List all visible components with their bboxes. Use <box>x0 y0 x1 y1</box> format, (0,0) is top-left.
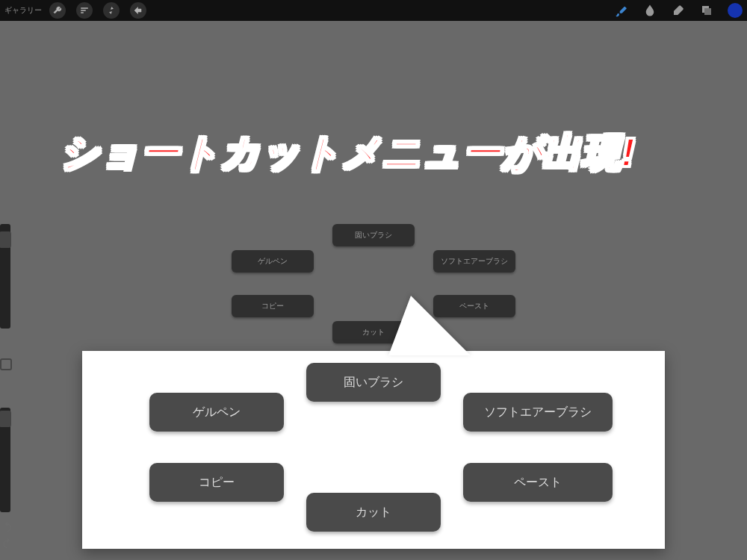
wrench-icon[interactable] <box>49 2 66 19</box>
smudge-icon[interactable] <box>642 3 657 18</box>
selection-icon[interactable] <box>103 2 120 19</box>
brush-opacity-slider[interactable] <box>0 408 10 512</box>
toolbar-right-group <box>614 3 743 18</box>
shortcut-btn-left-lower[interactable]: コピー <box>232 295 314 317</box>
undo-redo-group <box>1 518 15 554</box>
shortcut-btn-top[interactable]: 固いブラシ <box>332 224 415 246</box>
brush-icon[interactable] <box>614 3 629 18</box>
gallery-link[interactable]: ギャラリー <box>4 5 42 16</box>
undo-icon[interactable] <box>1 521 15 535</box>
shortcut-btn-right-upper[interactable]: ソフトエアーブラシ <box>433 250 515 273</box>
redo-icon[interactable] <box>1 538 15 551</box>
brush-size-slider[interactable] <box>0 224 10 329</box>
shortcut-btn-left-upper[interactable]: ゲルペン <box>232 250 314 273</box>
left-slider-panel <box>0 224 13 479</box>
eraser-icon[interactable] <box>671 3 686 18</box>
shortcut-btn-left-upper[interactable]: ゲルペン <box>149 393 284 432</box>
shortcut-menu-small: 固いブラシ ゲルペン ソフトエアーブラシ コピー ペースト カット <box>224 224 523 351</box>
shortcut-btn-bottom[interactable]: カット <box>306 493 441 532</box>
zoom-callout: 固いブラシ ゲルペン ソフトエアーブラシ コピー ペースト カット <box>82 351 665 549</box>
modify-button[interactable] <box>0 358 12 370</box>
adjustments-icon[interactable] <box>76 2 93 19</box>
shortcut-menu-zoom: 固いブラシ ゲルペン ソフトエアーブラシ コピー ペースト カット <box>82 351 665 549</box>
annotation-headline: ショートカットメニューが出現! <box>60 127 635 179</box>
shortcut-btn-right-upper[interactable]: ソフトエアーブラシ <box>463 393 613 432</box>
slider-thumb[interactable] <box>0 231 11 248</box>
top-toolbar: ギャラリー <box>0 0 747 21</box>
transform-icon[interactable] <box>130 2 146 19</box>
slider-thumb[interactable] <box>0 411 11 427</box>
shortcut-btn-right-lower[interactable]: ペースト <box>463 463 613 502</box>
shortcut-btn-top[interactable]: 固いブラシ <box>306 363 441 402</box>
shortcut-btn-left-lower[interactable]: コピー <box>149 463 284 502</box>
active-color-swatch[interactable] <box>728 3 743 18</box>
callout-pointer-icon <box>388 296 471 355</box>
layers-icon[interactable] <box>699 3 714 18</box>
toolbar-left-group <box>49 2 146 19</box>
